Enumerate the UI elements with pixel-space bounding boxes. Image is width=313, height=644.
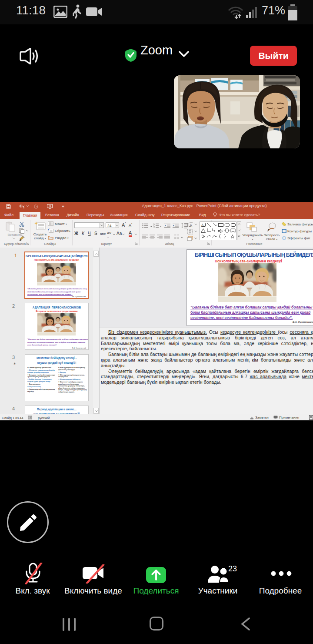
svg-text:A: A bbox=[202, 223, 204, 226]
svg-text:А: А bbox=[190, 223, 192, 228]
